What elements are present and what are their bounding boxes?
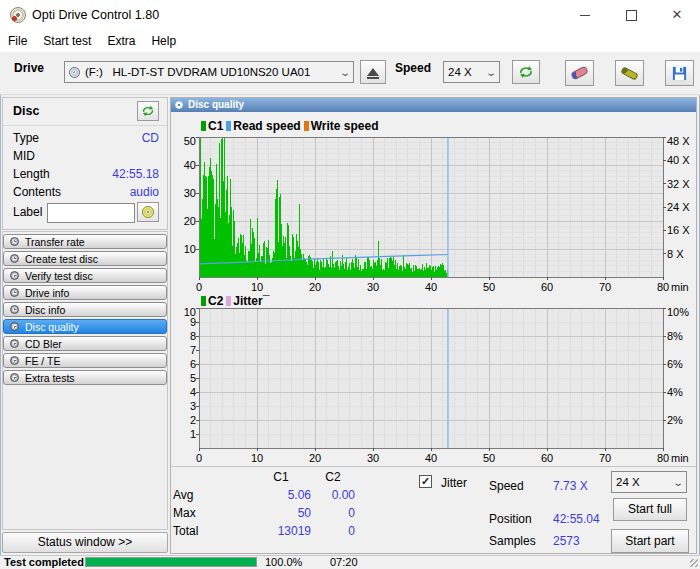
svg-text:30: 30 [367, 452, 379, 462]
test-speed-select[interactable]: 24 X ⌄ [611, 471, 687, 493]
refresh-button[interactable] [512, 60, 540, 84]
svg-text:50: 50 [483, 452, 495, 462]
label-input[interactable] [47, 203, 135, 223]
disc-prop-label: Contents [13, 183, 61, 201]
disc-icon [10, 271, 19, 280]
sidebar-item-cd-bler[interactable]: CD Bler [3, 336, 167, 351]
disc-icon [10, 305, 19, 314]
stats-row-label: Avg [173, 488, 193, 502]
svg-text:4: 4 [190, 386, 196, 398]
disc-icon [10, 288, 19, 297]
minimize-icon [580, 15, 590, 16]
disc-prop-label: MID [13, 147, 35, 165]
sidebar-item-label: Transfer rate [25, 236, 85, 248]
svg-text:40: 40 [425, 281, 437, 293]
status-bar: Test completed 100.0% 07:20 [0, 555, 700, 569]
start-full-button[interactable]: Start full [613, 498, 687, 521]
marker-button[interactable] [615, 60, 644, 86]
stats-value: 0.00 [311, 488, 355, 502]
stats-value: 0 [311, 524, 355, 538]
svg-text:50: 50 [184, 135, 196, 147]
svg-text:3: 3 [190, 400, 196, 412]
test-speed-value: 24 X [616, 476, 640, 488]
stats-value: 50 [251, 506, 311, 520]
svg-text:40: 40 [425, 452, 437, 462]
close-button[interactable]: ✕ [654, 0, 700, 30]
start-part-button[interactable]: Start part [611, 529, 689, 553]
svg-text:70: 70 [599, 452, 611, 462]
svg-text:40 X: 40 X [667, 154, 690, 166]
svg-text:40: 40 [184, 159, 196, 171]
sidebar-item-transfer-rate[interactable]: Transfer rate [3, 234, 167, 249]
sidebar-item-label: FE / TE [25, 355, 60, 367]
svg-text:min: min [671, 281, 689, 293]
svg-text:4%: 4% [667, 386, 683, 398]
c1-chart: C1Read speedWrite speed102030405048 X40 … [171, 119, 696, 295]
status-text: Test completed [4, 556, 84, 569]
disc-icon [10, 356, 19, 365]
erase-disc-button[interactable] [565, 60, 594, 86]
sidebar-item-disc-quality[interactable]: Disc quality [3, 319, 167, 334]
sidebar-item-drive-info[interactable]: Drive info [3, 285, 167, 300]
svg-text:2: 2 [190, 414, 196, 426]
speed-label: Speed [395, 61, 431, 75]
svg-text:7: 7 [190, 344, 196, 356]
panel-disc-icon [175, 101, 183, 109]
svg-text:10: 10 [184, 306, 196, 318]
svg-text:10: 10 [251, 452, 263, 462]
drive-select[interactable]: (F:) HL-DT-ST DVDRAM UD10NS20 UA01 ⌄ [64, 61, 354, 83]
menu-file[interactable]: File [0, 30, 35, 52]
speed-select-value: 24 X [448, 66, 472, 78]
sidebar-item-fe-te[interactable]: FE / TE [3, 353, 167, 368]
label-field-caption: Label [13, 205, 42, 219]
sidebar-item-extra-tests[interactable]: Extra tests [3, 370, 167, 385]
progress-bar [85, 557, 257, 567]
status-window-button[interactable]: Status window >> [2, 532, 168, 553]
c2-chart: C2Jitter¯1234567891010%8%6%4%2%010203040… [171, 294, 696, 462]
opti-drive-control-window: Opti Drive Control 1.80 ✕ FileStart test… [0, 0, 700, 569]
legend-swatch-c1 [201, 121, 206, 131]
sidebar-item-disc-info[interactable]: Disc info [3, 302, 167, 317]
chart-legend: C1Read speedWrite speed [201, 119, 382, 133]
disc-row-contents: Contentsaudio [3, 183, 167, 201]
stats-value: 0 [311, 506, 355, 520]
stats-value: 13019 [251, 524, 311, 538]
resize-grip[interactable] [690, 559, 698, 567]
disc-prop-value: 42:55.18 [112, 165, 159, 183]
speed-select[interactable]: 24 X ⌄ [443, 61, 500, 83]
disc-label-button[interactable] [137, 202, 159, 222]
svg-text:10: 10 [251, 281, 263, 293]
minimize-button[interactable] [562, 0, 608, 30]
jitter-checkbox[interactable]: ✓ [419, 475, 432, 488]
eject-icon [367, 68, 379, 76]
disc-panel-title: Disc [13, 104, 39, 118]
menu-help[interactable]: Help [143, 30, 184, 52]
test-nav-list: Transfer rateCreate test discVerify test… [2, 231, 168, 530]
stats-row-label: Total [173, 524, 198, 538]
stats-info-label-position: Position [489, 512, 532, 526]
disc-refresh-button[interactable] [137, 101, 159, 121]
progress-percent: 100.0% [265, 556, 302, 569]
stats-info-value: 42:55.04 [553, 512, 600, 526]
menu-extra[interactable]: Extra [99, 30, 143, 52]
sidebar-item-verify-test-disc[interactable]: Verify test disc [3, 268, 167, 283]
disc-icon [10, 237, 19, 246]
panel-header-title: Disc quality [188, 99, 244, 110]
svg-text:20: 20 [184, 215, 196, 227]
maximize-button[interactable] [608, 0, 654, 30]
stats-info-value: 7.73 X [553, 479, 588, 493]
c2-plot: 1234567891010%8%6%4%2%01020304050607080m… [171, 306, 696, 462]
svg-text:10%: 10% [667, 306, 689, 318]
stats-info-value: 2573 [553, 534, 580, 548]
disc-icon [10, 339, 19, 348]
sidebar-item-create-test-disc[interactable]: Create test disc [3, 251, 167, 266]
marker-pen-icon [620, 66, 638, 80]
save-button[interactable] [665, 60, 694, 86]
menu-start-test[interactable]: Start test [35, 30, 99, 52]
legend-swatch-read-speed [226, 121, 231, 131]
sidebar-item-label: Create test disc [25, 253, 98, 265]
svg-text:5: 5 [190, 372, 196, 384]
eject-button[interactable] [360, 60, 386, 84]
c1-plot: 102030405048 X40 X32 X24 X16 X8 X0102030… [171, 135, 696, 295]
legend-label: Write speed [311, 119, 379, 133]
